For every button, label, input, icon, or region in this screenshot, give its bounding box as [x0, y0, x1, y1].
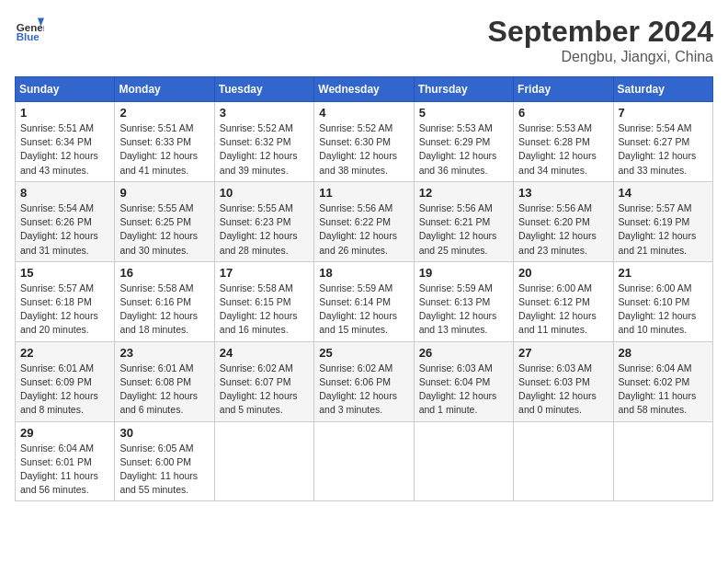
calendar-cell: 24Sunrise: 6:02 AM Sunset: 6:07 PM Dayli…	[214, 341, 313, 421]
day-number: 10	[220, 186, 309, 200]
day-info: Sunrise: 6:03 AM Sunset: 6:04 PM Dayligh…	[419, 362, 508, 418]
title-block: September 2024 Dengbu, Jiangxi, China	[488, 15, 713, 65]
day-number: 12	[419, 186, 508, 200]
calendar-cell: 12Sunrise: 5:56 AM Sunset: 6:21 PM Dayli…	[414, 181, 513, 261]
month-title: September 2024	[488, 15, 713, 49]
calendar-cell: 16Sunrise: 5:58 AM Sunset: 6:16 PM Dayli…	[115, 261, 214, 341]
calendar-cell: 14Sunrise: 5:57 AM Sunset: 6:19 PM Dayli…	[613, 181, 712, 261]
calendar-table: SundayMondayTuesdayWednesdayThursdayFrid…	[15, 76, 713, 501]
day-info: Sunrise: 5:56 AM Sunset: 6:22 PM Dayligh…	[319, 201, 408, 258]
calendar-cell: 30Sunrise: 6:05 AM Sunset: 6:00 PM Dayli…	[115, 421, 214, 501]
day-number: 1	[20, 106, 109, 120]
day-info: Sunrise: 5:55 AM Sunset: 6:25 PM Dayligh…	[119, 201, 209, 258]
day-info: Sunrise: 5:51 AM Sunset: 6:33 PM Dayligh…	[119, 121, 209, 178]
weekday-header-friday: Friday	[514, 77, 613, 102]
week-row-2: 8Sunrise: 5:54 AM Sunset: 6:26 PM Daylig…	[16, 181, 713, 261]
weekday-header-saturday: Saturday	[613, 77, 712, 102]
day-info: Sunrise: 6:05 AM Sunset: 6:00 PM Dayligh…	[119, 442, 209, 498]
day-number: 25	[319, 346, 408, 360]
day-info: Sunrise: 5:55 AM Sunset: 6:23 PM Dayligh…	[220, 201, 309, 258]
day-info: Sunrise: 5:58 AM Sunset: 6:15 PM Dayligh…	[220, 282, 309, 338]
calendar-cell: 7Sunrise: 5:54 AM Sunset: 6:27 PM Daylig…	[613, 102, 712, 182]
day-info: Sunrise: 5:51 AM Sunset: 6:34 PM Dayligh…	[20, 121, 109, 178]
day-info: Sunrise: 5:53 AM Sunset: 6:28 PM Dayligh…	[518, 121, 608, 178]
day-info: Sunrise: 6:01 AM Sunset: 6:09 PM Dayligh…	[20, 362, 109, 418]
day-number: 11	[319, 186, 408, 200]
day-number: 5	[419, 106, 508, 120]
day-number: 18	[319, 266, 408, 280]
calendar-cell	[314, 421, 414, 501]
calendar-cell: 5Sunrise: 5:53 AM Sunset: 6:29 PM Daylig…	[414, 102, 513, 182]
day-info: Sunrise: 5:59 AM Sunset: 6:14 PM Dayligh…	[319, 282, 408, 338]
logo-icon: General Blue	[15, 15, 44, 44]
day-info: Sunrise: 5:52 AM Sunset: 6:32 PM Dayligh…	[220, 121, 309, 178]
location: Dengbu, Jiangxi, China	[488, 49, 713, 65]
day-number: 8	[20, 186, 109, 200]
calendar-cell: 1Sunrise: 5:51 AM Sunset: 6:34 PM Daylig…	[16, 102, 115, 182]
calendar-cell: 10Sunrise: 5:55 AM Sunset: 6:23 PM Dayli…	[214, 181, 313, 261]
week-row-4: 22Sunrise: 6:01 AM Sunset: 6:09 PM Dayli…	[16, 341, 713, 421]
day-info: Sunrise: 5:52 AM Sunset: 6:30 PM Dayligh…	[319, 121, 408, 178]
day-number: 21	[619, 266, 708, 280]
day-number: 29	[20, 426, 109, 440]
week-row-3: 15Sunrise: 5:57 AM Sunset: 6:18 PM Dayli…	[16, 261, 713, 341]
calendar-cell: 6Sunrise: 5:53 AM Sunset: 6:28 PM Daylig…	[514, 102, 613, 182]
calendar-cell: 23Sunrise: 6:01 AM Sunset: 6:08 PM Dayli…	[115, 341, 214, 421]
day-info: Sunrise: 6:00 AM Sunset: 6:12 PM Dayligh…	[518, 282, 608, 338]
calendar-cell: 22Sunrise: 6:01 AM Sunset: 6:09 PM Dayli…	[16, 341, 115, 421]
day-number: 28	[619, 346, 708, 360]
calendar-cell: 3Sunrise: 5:52 AM Sunset: 6:32 PM Daylig…	[214, 102, 313, 182]
day-number: 26	[419, 346, 508, 360]
calendar-cell: 2Sunrise: 5:51 AM Sunset: 6:33 PM Daylig…	[115, 102, 214, 182]
day-number: 16	[119, 266, 209, 280]
calendar-cell: 25Sunrise: 6:02 AM Sunset: 6:06 PM Dayli…	[314, 341, 414, 421]
day-number: 4	[319, 106, 408, 120]
calendar-cell: 18Sunrise: 5:59 AM Sunset: 6:14 PM Dayli…	[314, 261, 414, 341]
logo: General Blue	[15, 15, 44, 44]
day-info: Sunrise: 5:54 AM Sunset: 6:26 PM Dayligh…	[20, 201, 109, 258]
day-info: Sunrise: 5:54 AM Sunset: 6:27 PM Dayligh…	[619, 121, 708, 178]
day-number: 23	[119, 346, 209, 360]
day-number: 7	[619, 106, 708, 120]
day-info: Sunrise: 5:53 AM Sunset: 6:29 PM Dayligh…	[419, 121, 508, 178]
day-number: 2	[119, 106, 209, 120]
page-header: General Blue September 2024 Dengbu, Jian…	[15, 15, 713, 65]
calendar-cell: 26Sunrise: 6:03 AM Sunset: 6:04 PM Dayli…	[414, 341, 513, 421]
day-info: Sunrise: 6:02 AM Sunset: 6:07 PM Dayligh…	[220, 362, 309, 418]
day-info: Sunrise: 6:00 AM Sunset: 6:10 PM Dayligh…	[619, 282, 708, 338]
calendar-cell: 27Sunrise: 6:03 AM Sunset: 6:03 PM Dayli…	[514, 341, 613, 421]
calendar-cell: 4Sunrise: 5:52 AM Sunset: 6:30 PM Daylig…	[314, 102, 414, 182]
calendar-cell	[613, 421, 712, 501]
calendar-cell: 20Sunrise: 6:00 AM Sunset: 6:12 PM Dayli…	[514, 261, 613, 341]
day-info: Sunrise: 6:01 AM Sunset: 6:08 PM Dayligh…	[119, 362, 209, 418]
weekday-header-monday: Monday	[115, 77, 214, 102]
week-row-5: 29Sunrise: 6:04 AM Sunset: 6:01 PM Dayli…	[16, 421, 713, 501]
calendar-cell	[414, 421, 513, 501]
day-number: 20	[518, 266, 608, 280]
day-info: Sunrise: 5:59 AM Sunset: 6:13 PM Dayligh…	[419, 282, 508, 338]
day-info: Sunrise: 6:03 AM Sunset: 6:03 PM Dayligh…	[518, 362, 608, 418]
day-number: 27	[518, 346, 608, 360]
calendar-cell: 9Sunrise: 5:55 AM Sunset: 6:25 PM Daylig…	[115, 181, 214, 261]
calendar-cell: 21Sunrise: 6:00 AM Sunset: 6:10 PM Dayli…	[613, 261, 712, 341]
day-number: 17	[220, 266, 309, 280]
day-info: Sunrise: 5:56 AM Sunset: 6:21 PM Dayligh…	[419, 201, 508, 258]
calendar-cell: 29Sunrise: 6:04 AM Sunset: 6:01 PM Dayli…	[16, 421, 115, 501]
svg-text:Blue: Blue	[17, 31, 40, 42]
calendar-cell: 11Sunrise: 5:56 AM Sunset: 6:22 PM Dayli…	[314, 181, 414, 261]
calendar-cell: 8Sunrise: 5:54 AM Sunset: 6:26 PM Daylig…	[16, 181, 115, 261]
day-info: Sunrise: 5:56 AM Sunset: 6:20 PM Dayligh…	[518, 201, 608, 258]
calendar-cell: 19Sunrise: 5:59 AM Sunset: 6:13 PM Dayli…	[414, 261, 513, 341]
day-info: Sunrise: 5:57 AM Sunset: 6:18 PM Dayligh…	[20, 282, 109, 338]
calendar-cell: 17Sunrise: 5:58 AM Sunset: 6:15 PM Dayli…	[214, 261, 313, 341]
calendar-cell: 15Sunrise: 5:57 AM Sunset: 6:18 PM Dayli…	[16, 261, 115, 341]
day-number: 13	[518, 186, 608, 200]
day-number: 15	[20, 266, 109, 280]
day-info: Sunrise: 6:04 AM Sunset: 6:02 PM Dayligh…	[619, 362, 708, 418]
day-number: 6	[518, 106, 608, 120]
day-info: Sunrise: 5:57 AM Sunset: 6:19 PM Dayligh…	[619, 201, 708, 258]
calendar-cell	[514, 421, 613, 501]
weekday-header-tuesday: Tuesday	[214, 77, 313, 102]
day-number: 9	[119, 186, 209, 200]
day-number: 24	[220, 346, 309, 360]
